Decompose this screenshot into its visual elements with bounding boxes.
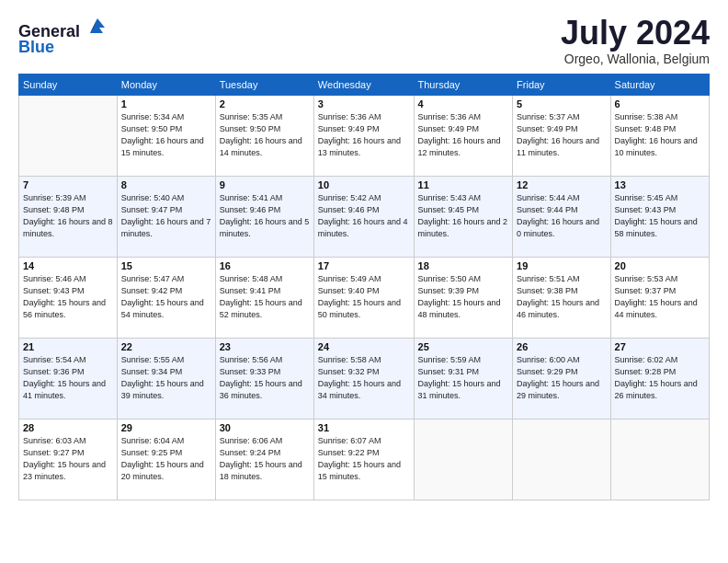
- table-row: 2Sunrise: 5:35 AM Sunset: 9:50 PM Daylig…: [215, 95, 313, 176]
- day-number: 30: [220, 422, 310, 433]
- calendar-week-row: 28Sunrise: 6:03 AM Sunset: 9:27 PM Dayli…: [19, 419, 710, 500]
- calendar-week-row: 1Sunrise: 5:34 AM Sunset: 9:50 PM Daylig…: [19, 95, 710, 176]
- table-row: 21Sunrise: 5:54 AM Sunset: 9:36 PM Dayli…: [19, 338, 118, 419]
- day-number: 10: [318, 179, 410, 190]
- day-info: Sunrise: 5:55 AM Sunset: 9:34 PM Dayligh…: [121, 354, 211, 402]
- day-info: Sunrise: 5:58 AM Sunset: 9:32 PM Dayligh…: [318, 354, 410, 402]
- day-info: Sunrise: 6:02 AM Sunset: 9:28 PM Dayligh…: [615, 354, 705, 402]
- day-number: 11: [418, 179, 509, 190]
- table-row: 8Sunrise: 5:40 AM Sunset: 9:47 PM Daylig…: [117, 176, 215, 257]
- table-row: [414, 419, 513, 500]
- day-number: 4: [418, 98, 509, 109]
- day-info: Sunrise: 6:04 AM Sunset: 9:25 PM Dayligh…: [121, 435, 211, 483]
- day-number: 7: [23, 179, 113, 190]
- day-number: 25: [418, 341, 509, 352]
- calendar-week-row: 7Sunrise: 5:39 AM Sunset: 9:48 PM Daylig…: [19, 176, 710, 257]
- day-number: 23: [220, 341, 310, 352]
- day-number: 29: [121, 422, 211, 433]
- table-row: 1Sunrise: 5:34 AM Sunset: 9:50 PM Daylig…: [117, 95, 215, 176]
- day-info: Sunrise: 5:42 AM Sunset: 9:46 PM Dayligh…: [318, 192, 410, 240]
- table-row: [19, 95, 118, 176]
- table-row: [513, 419, 611, 500]
- day-info: Sunrise: 5:43 AM Sunset: 9:45 PM Dayligh…: [418, 192, 509, 240]
- table-row: 3Sunrise: 5:36 AM Sunset: 9:49 PM Daylig…: [313, 95, 414, 176]
- table-row: 6Sunrise: 5:38 AM Sunset: 9:48 PM Daylig…: [610, 95, 709, 176]
- table-row: 10Sunrise: 5:42 AM Sunset: 9:46 PM Dayli…: [313, 176, 414, 257]
- day-info: Sunrise: 6:06 AM Sunset: 9:24 PM Dayligh…: [220, 435, 310, 483]
- table-row: 13Sunrise: 5:45 AM Sunset: 9:43 PM Dayli…: [610, 176, 709, 257]
- title-section: July 2024 Orgeo, Wallonia, Belgium: [561, 15, 710, 66]
- day-info: Sunrise: 5:40 AM Sunset: 9:47 PM Dayligh…: [121, 192, 211, 240]
- day-info: Sunrise: 5:56 AM Sunset: 9:33 PM Dayligh…: [220, 354, 310, 402]
- day-info: Sunrise: 5:49 AM Sunset: 9:40 PM Dayligh…: [318, 273, 410, 321]
- day-number: 12: [517, 179, 607, 190]
- day-info: Sunrise: 6:07 AM Sunset: 9:22 PM Dayligh…: [318, 435, 410, 483]
- table-row: 31Sunrise: 6:07 AM Sunset: 9:22 PM Dayli…: [313, 419, 414, 500]
- day-number: 3: [318, 98, 410, 109]
- day-number: 19: [517, 260, 607, 271]
- table-row: 28Sunrise: 6:03 AM Sunset: 9:27 PM Dayli…: [19, 419, 118, 500]
- table-row: 27Sunrise: 6:02 AM Sunset: 9:28 PM Dayli…: [610, 338, 709, 419]
- calendar-week-row: 14Sunrise: 5:46 AM Sunset: 9:43 PM Dayli…: [19, 257, 710, 338]
- day-number: 17: [318, 260, 410, 271]
- col-friday: Friday: [513, 74, 611, 95]
- day-number: 8: [121, 179, 211, 190]
- day-info: Sunrise: 5:35 AM Sunset: 9:50 PM Dayligh…: [220, 111, 310, 159]
- day-number: 22: [121, 341, 211, 352]
- day-info: Sunrise: 5:53 AM Sunset: 9:37 PM Dayligh…: [615, 273, 705, 321]
- day-info: Sunrise: 5:39 AM Sunset: 9:48 PM Dayligh…: [23, 192, 113, 240]
- logo-icon: [86, 15, 108, 37]
- day-info: Sunrise: 5:36 AM Sunset: 9:49 PM Dayligh…: [318, 111, 410, 159]
- day-info: Sunrise: 5:48 AM Sunset: 9:41 PM Dayligh…: [220, 273, 310, 321]
- day-number: 24: [318, 341, 410, 352]
- table-row: 20Sunrise: 5:53 AM Sunset: 9:37 PM Dayli…: [610, 257, 709, 338]
- day-info: Sunrise: 5:54 AM Sunset: 9:36 PM Dayligh…: [23, 354, 113, 402]
- table-row: 17Sunrise: 5:49 AM Sunset: 9:40 PM Dayli…: [313, 257, 414, 338]
- table-row: 22Sunrise: 5:55 AM Sunset: 9:34 PM Dayli…: [117, 338, 215, 419]
- day-info: Sunrise: 5:59 AM Sunset: 9:31 PM Dayligh…: [418, 354, 509, 402]
- day-info: Sunrise: 5:45 AM Sunset: 9:43 PM Dayligh…: [615, 192, 705, 240]
- col-wednesday: Wednesday: [313, 74, 414, 95]
- table-row: 25Sunrise: 5:59 AM Sunset: 9:31 PM Dayli…: [414, 338, 513, 419]
- table-row: 11Sunrise: 5:43 AM Sunset: 9:45 PM Dayli…: [414, 176, 513, 257]
- day-number: 20: [615, 260, 705, 271]
- svg-marker-0: [90, 18, 105, 33]
- day-info: Sunrise: 5:37 AM Sunset: 9:49 PM Dayligh…: [517, 111, 607, 159]
- day-number: 28: [23, 422, 113, 433]
- location: Orgeo, Wallonia, Belgium: [561, 52, 710, 66]
- day-info: Sunrise: 5:51 AM Sunset: 9:38 PM Dayligh…: [517, 273, 607, 321]
- day-info: Sunrise: 5:44 AM Sunset: 9:44 PM Dayligh…: [517, 192, 607, 240]
- table-row: 26Sunrise: 6:00 AM Sunset: 9:29 PM Dayli…: [513, 338, 611, 419]
- col-tuesday: Tuesday: [215, 74, 313, 95]
- table-row: 9Sunrise: 5:41 AM Sunset: 9:46 PM Daylig…: [215, 176, 313, 257]
- table-row: 15Sunrise: 5:47 AM Sunset: 9:42 PM Dayli…: [117, 257, 215, 338]
- day-number: 18: [418, 260, 509, 271]
- day-info: Sunrise: 5:46 AM Sunset: 9:43 PM Dayligh…: [23, 273, 113, 321]
- day-info: Sunrise: 5:36 AM Sunset: 9:49 PM Dayligh…: [418, 111, 509, 159]
- month-title: July 2024: [561, 15, 710, 52]
- logo: General Blue: [18, 15, 108, 57]
- day-info: Sunrise: 5:34 AM Sunset: 9:50 PM Dayligh…: [121, 111, 211, 159]
- col-thursday: Thursday: [414, 74, 513, 95]
- col-saturday: Saturday: [610, 74, 709, 95]
- day-number: 16: [220, 260, 310, 271]
- day-number: 9: [220, 179, 310, 190]
- table-row: 30Sunrise: 6:06 AM Sunset: 9:24 PM Dayli…: [215, 419, 313, 500]
- col-sunday: Sunday: [19, 74, 118, 95]
- calendar-page: General Blue July 2024 Orgeo, Wallonia, …: [0, 0, 728, 563]
- table-row: 19Sunrise: 5:51 AM Sunset: 9:38 PM Dayli…: [513, 257, 611, 338]
- table-row: 29Sunrise: 6:04 AM Sunset: 9:25 PM Dayli…: [117, 419, 215, 500]
- day-info: Sunrise: 5:41 AM Sunset: 9:46 PM Dayligh…: [220, 192, 310, 240]
- day-number: 6: [615, 98, 705, 109]
- day-info: Sunrise: 6:00 AM Sunset: 9:29 PM Dayligh…: [517, 354, 607, 402]
- table-row: 16Sunrise: 5:48 AM Sunset: 9:41 PM Dayli…: [215, 257, 313, 338]
- col-monday: Monday: [117, 74, 215, 95]
- table-row: 4Sunrise: 5:36 AM Sunset: 9:49 PM Daylig…: [414, 95, 513, 176]
- header: General Blue July 2024 Orgeo, Wallonia, …: [18, 15, 710, 66]
- table-row: 5Sunrise: 5:37 AM Sunset: 9:49 PM Daylig…: [513, 95, 611, 176]
- calendar-table: Sunday Monday Tuesday Wednesday Thursday…: [18, 74, 710, 500]
- table-row: 18Sunrise: 5:50 AM Sunset: 9:39 PM Dayli…: [414, 257, 513, 338]
- day-number: 26: [517, 341, 607, 352]
- calendar-week-row: 21Sunrise: 5:54 AM Sunset: 9:36 PM Dayli…: [19, 338, 710, 419]
- table-row: 23Sunrise: 5:56 AM Sunset: 9:33 PM Dayli…: [215, 338, 313, 419]
